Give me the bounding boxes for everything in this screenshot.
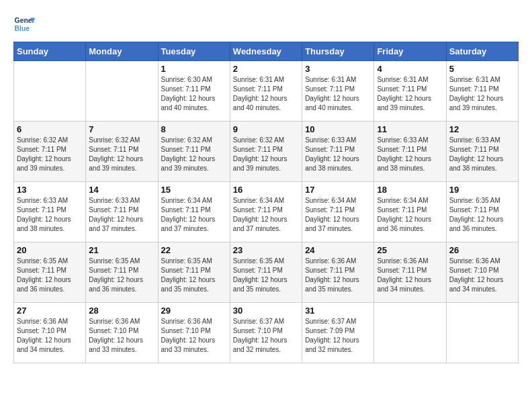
day-info: Sunrise: 6:30 AM Sunset: 7:11 PM Dayligh…: [161, 75, 227, 113]
day-number: 6: [17, 124, 83, 134]
day-number: 9: [233, 124, 299, 134]
day-info: Sunrise: 6:31 AM Sunset: 7:11 PM Dayligh…: [377, 75, 443, 113]
day-info: Sunrise: 6:36 AM Sunset: 7:10 PM Dayligh…: [449, 257, 515, 294]
day-number: 15: [161, 185, 227, 195]
calendar-cell: 1Sunrise: 6:30 AM Sunset: 7:11 PM Daylig…: [158, 61, 230, 122]
calendar-cell: 19Sunrise: 6:35 AM Sunset: 7:11 PM Dayli…: [446, 182, 518, 242]
calendar-cell: 2Sunrise: 6:31 AM Sunset: 7:11 PM Daylig…: [230, 61, 302, 122]
day-number: 25: [377, 245, 443, 255]
day-number: 11: [377, 124, 443, 134]
calendar-cell: 6Sunrise: 6:32 AM Sunset: 7:11 PM Daylig…: [14, 122, 86, 182]
weekday-header: Thursday: [302, 42, 374, 61]
calendar: SundayMondayTuesdayWednesdayThursdayFrid…: [13, 42, 519, 363]
calendar-cell: 7Sunrise: 6:32 AM Sunset: 7:11 PM Daylig…: [86, 122, 158, 182]
weekday-header-row: SundayMondayTuesdayWednesdayThursdayFrid…: [14, 42, 519, 61]
page-header: GeneralBlue: [13, 13, 519, 35]
day-info: Sunrise: 6:37 AM Sunset: 7:10 PM Dayligh…: [233, 317, 299, 355]
day-number: 14: [89, 185, 154, 195]
day-info: Sunrise: 6:31 AM Sunset: 7:11 PM Dayligh…: [305, 75, 371, 113]
day-info: Sunrise: 6:35 AM Sunset: 7:11 PM Dayligh…: [89, 257, 154, 294]
day-number: 5: [449, 64, 515, 74]
calendar-cell: 26Sunrise: 6:36 AM Sunset: 7:10 PM Dayli…: [446, 242, 518, 303]
calendar-cell: 30Sunrise: 6:37 AM Sunset: 7:10 PM Dayli…: [230, 303, 302, 363]
day-info: Sunrise: 6:33 AM Sunset: 7:11 PM Dayligh…: [377, 136, 443, 173]
day-info: Sunrise: 6:35 AM Sunset: 7:11 PM Dayligh…: [233, 257, 299, 294]
day-number: 20: [17, 245, 83, 255]
logo-icon: GeneralBlue: [13, 13, 35, 35]
logo: GeneralBlue: [13, 13, 35, 35]
weekday-header: Wednesday: [230, 42, 302, 61]
day-number: 27: [17, 306, 83, 316]
calendar-cell: 21Sunrise: 6:35 AM Sunset: 7:11 PM Dayli…: [86, 242, 158, 303]
calendar-cell: 25Sunrise: 6:36 AM Sunset: 7:11 PM Dayli…: [374, 242, 446, 303]
day-info: Sunrise: 6:32 AM Sunset: 7:11 PM Dayligh…: [161, 136, 227, 173]
calendar-cell: [374, 303, 446, 363]
day-number: 23: [233, 245, 299, 255]
day-info: Sunrise: 6:35 AM Sunset: 7:11 PM Dayligh…: [449, 196, 515, 234]
day-info: Sunrise: 6:31 AM Sunset: 7:11 PM Dayligh…: [233, 75, 299, 113]
day-number: 18: [377, 185, 443, 195]
weekday-header: Monday: [86, 42, 158, 61]
day-info: Sunrise: 6:36 AM Sunset: 7:10 PM Dayligh…: [17, 317, 83, 355]
calendar-cell: 20Sunrise: 6:35 AM Sunset: 7:11 PM Dayli…: [14, 242, 86, 303]
day-number: 24: [305, 245, 371, 255]
calendar-cell: 27Sunrise: 6:36 AM Sunset: 7:10 PM Dayli…: [14, 303, 86, 363]
day-number: 4: [377, 64, 443, 74]
calendar-cell: [446, 303, 518, 363]
calendar-cell: 31Sunrise: 6:37 AM Sunset: 7:09 PM Dayli…: [302, 303, 374, 363]
day-number: 19: [449, 185, 515, 195]
day-info: Sunrise: 6:31 AM Sunset: 7:11 PM Dayligh…: [449, 75, 515, 113]
day-info: Sunrise: 6:37 AM Sunset: 7:09 PM Dayligh…: [305, 317, 371, 355]
calendar-cell: 14Sunrise: 6:33 AM Sunset: 7:11 PM Dayli…: [86, 182, 158, 242]
day-info: Sunrise: 6:36 AM Sunset: 7:11 PM Dayligh…: [305, 257, 371, 294]
calendar-cell: 10Sunrise: 6:33 AM Sunset: 7:11 PM Dayli…: [302, 122, 374, 182]
day-number: 26: [449, 245, 515, 255]
calendar-cell: 4Sunrise: 6:31 AM Sunset: 7:11 PM Daylig…: [374, 61, 446, 122]
calendar-cell: 24Sunrise: 6:36 AM Sunset: 7:11 PM Dayli…: [302, 242, 374, 303]
day-number: 12: [449, 124, 515, 134]
calendar-cell: 15Sunrise: 6:34 AM Sunset: 7:11 PM Dayli…: [158, 182, 230, 242]
day-number: 30: [233, 306, 299, 316]
day-info: Sunrise: 6:34 AM Sunset: 7:11 PM Dayligh…: [377, 196, 443, 234]
day-number: 2: [233, 64, 299, 74]
weekday-header: Saturday: [446, 42, 518, 61]
day-number: 10: [305, 124, 371, 134]
calendar-week-row: 1Sunrise: 6:30 AM Sunset: 7:11 PM Daylig…: [14, 61, 519, 122]
weekday-header: Sunday: [14, 42, 86, 61]
day-number: 29: [161, 306, 227, 316]
calendar-week-row: 6Sunrise: 6:32 AM Sunset: 7:11 PM Daylig…: [14, 122, 519, 182]
day-number: 16: [233, 185, 299, 195]
calendar-cell: 16Sunrise: 6:34 AM Sunset: 7:11 PM Dayli…: [230, 182, 302, 242]
calendar-cell: 11Sunrise: 6:33 AM Sunset: 7:11 PM Dayli…: [374, 122, 446, 182]
calendar-cell: 12Sunrise: 6:33 AM Sunset: 7:11 PM Dayli…: [446, 122, 518, 182]
day-info: Sunrise: 6:35 AM Sunset: 7:11 PM Dayligh…: [161, 257, 227, 294]
calendar-cell: 18Sunrise: 6:34 AM Sunset: 7:11 PM Dayli…: [374, 182, 446, 242]
day-number: 31: [305, 306, 371, 316]
day-info: Sunrise: 6:32 AM Sunset: 7:11 PM Dayligh…: [89, 136, 154, 173]
calendar-cell: 8Sunrise: 6:32 AM Sunset: 7:11 PM Daylig…: [158, 122, 230, 182]
day-info: Sunrise: 6:36 AM Sunset: 7:11 PM Dayligh…: [377, 257, 443, 294]
day-info: Sunrise: 6:33 AM Sunset: 7:11 PM Dayligh…: [449, 136, 515, 173]
calendar-cell: 5Sunrise: 6:31 AM Sunset: 7:11 PM Daylig…: [446, 61, 518, 122]
calendar-cell: 23Sunrise: 6:35 AM Sunset: 7:11 PM Dayli…: [230, 242, 302, 303]
svg-text:Blue: Blue: [15, 25, 30, 32]
day-info: Sunrise: 6:34 AM Sunset: 7:11 PM Dayligh…: [233, 196, 299, 234]
day-info: Sunrise: 6:32 AM Sunset: 7:11 PM Dayligh…: [17, 136, 83, 173]
day-info: Sunrise: 6:34 AM Sunset: 7:11 PM Dayligh…: [161, 196, 227, 234]
calendar-week-row: 27Sunrise: 6:36 AM Sunset: 7:10 PM Dayli…: [14, 303, 519, 363]
day-number: 21: [89, 245, 154, 255]
day-number: 3: [305, 64, 371, 74]
calendar-cell: 22Sunrise: 6:35 AM Sunset: 7:11 PM Dayli…: [158, 242, 230, 303]
calendar-week-row: 13Sunrise: 6:33 AM Sunset: 7:11 PM Dayli…: [14, 182, 519, 242]
day-info: Sunrise: 6:33 AM Sunset: 7:11 PM Dayligh…: [305, 136, 371, 173]
day-number: 22: [161, 245, 227, 255]
calendar-cell: 13Sunrise: 6:33 AM Sunset: 7:11 PM Dayli…: [14, 182, 86, 242]
day-info: Sunrise: 6:34 AM Sunset: 7:11 PM Dayligh…: [305, 196, 371, 234]
day-number: 1: [161, 64, 227, 74]
day-number: 8: [161, 124, 227, 134]
day-info: Sunrise: 6:33 AM Sunset: 7:11 PM Dayligh…: [17, 196, 83, 234]
calendar-cell: 9Sunrise: 6:32 AM Sunset: 7:11 PM Daylig…: [230, 122, 302, 182]
calendar-cell: 29Sunrise: 6:36 AM Sunset: 7:10 PM Dayli…: [158, 303, 230, 363]
calendar-cell: [14, 61, 86, 122]
day-info: Sunrise: 6:33 AM Sunset: 7:11 PM Dayligh…: [89, 196, 154, 234]
